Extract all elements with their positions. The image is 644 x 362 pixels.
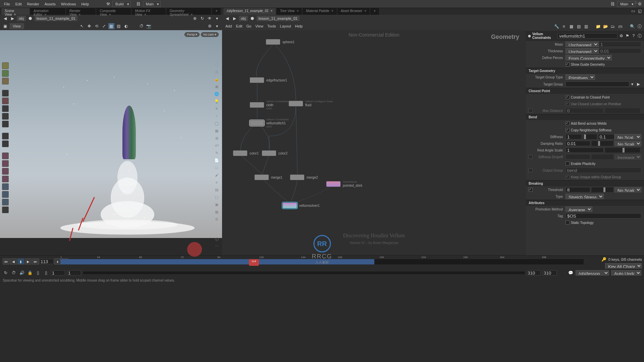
range-end-field[interactable]: [527, 270, 541, 276]
close-icon[interactable]: ×: [271, 9, 273, 13]
menu-file[interactable]: File: [1, 1, 13, 7]
node-color2[interactable]: color2: [262, 150, 287, 156]
circle-b-icon[interactable]: ◯: [214, 121, 219, 127]
select-tool-icon[interactable]: [2, 62, 9, 69]
close-icon[interactable]: ×: [364, 9, 366, 13]
folder-a-icon[interactable]: 📁: [595, 23, 601, 29]
range-a-icon[interactable]: ▯: [35, 270, 41, 276]
grid-b-icon[interactable]: ▤: [576, 23, 582, 29]
lock-icon[interactable]: [2, 98, 9, 104]
main2-link-icon[interactable]: ⛓: [610, 1, 616, 7]
target-green-icon[interactable]: [2, 113, 9, 120]
stiffness-slider[interactable]: [583, 134, 596, 139]
link-b-icon[interactable]: [2, 191, 9, 198]
link-c-icon[interactable]: [2, 199, 9, 205]
main2-dropdown[interactable]: Main: [617, 1, 635, 7]
tab-scene-view[interactable]: Scene View×: [1, 8, 30, 15]
range-start2-field[interactable]: [67, 270, 81, 276]
persp-badge[interactable]: Persp ▾: [184, 32, 200, 37]
shade-icon[interactable]: ◐: [123, 23, 129, 29]
target-blue-icon[interactable]: [2, 121, 9, 127]
sun-icon[interactable]: ☀: [214, 107, 219, 112]
section-bend[interactable]: Bend: [526, 114, 644, 120]
display-menu-icon[interactable]: ▾: [214, 23, 220, 29]
menu-help[interactable]: Help: [78, 1, 92, 7]
break-type-select[interactable]: Stretch Stress: [566, 194, 604, 199]
damping-slider[interactable]: [592, 141, 613, 146]
scale-icon[interactable]: ⤢: [101, 23, 107, 29]
back-icon[interactable]: ◀: [2, 15, 8, 21]
desktop-dropdown[interactable]: Build: [112, 1, 130, 7]
net-help[interactable]: Help: [295, 24, 303, 28]
search-icon[interactable]: 🔍: [629, 23, 635, 29]
view-mode-icon[interactable]: ▣: [2, 23, 8, 29]
current-frame-field[interactable]: [40, 259, 54, 264]
lasso-tool-icon[interactable]: [2, 70, 9, 77]
note-icon[interactable]: 📄: [214, 158, 219, 164]
add-bend-checkbox[interactable]: [566, 121, 570, 125]
brush-tool-icon[interactable]: [2, 78, 9, 84]
section-closest-point[interactable]: Closest Point: [526, 88, 644, 94]
eye-icon[interactable]: 👁: [207, 15, 213, 21]
pointer-icon[interactable]: [2, 90, 9, 97]
net-go[interactable]: Go: [247, 24, 252, 28]
copy-neighbor-checkbox[interactable]: [566, 128, 570, 132]
tab-geo-spreadsheet[interactable]: Geometry Spreadsheet×: [166, 8, 211, 15]
grid-c-icon[interactable]: ▥: [583, 23, 589, 29]
promotion-select[interactable]: Average: [566, 206, 592, 212]
range-start-field[interactable]: [51, 270, 65, 276]
move-icon[interactable]: ✥: [86, 23, 92, 29]
step-back-button[interactable]: ⏴: [54, 258, 61, 264]
tab-anim-editor[interactable]: Animation Editor×: [30, 8, 65, 15]
view-label[interactable]: View: [9, 23, 24, 29]
box-a-icon[interactable]: ▢: [214, 195, 219, 200]
range-lock-icon[interactable]: 🔒: [27, 270, 33, 276]
net-add[interactable]: Add: [225, 24, 232, 28]
key-icon[interactable]: 🔑: [601, 256, 607, 262]
stack-icon[interactable]: ▤: [214, 188, 219, 193]
gear-icon[interactable]: ⚙: [619, 33, 624, 39]
last-frame-button[interactable]: ⏭: [32, 258, 39, 264]
network-view[interactable]: Add Edit Go View Tools Layout Help Geome…: [222, 22, 526, 255]
tab-tree-view[interactable]: Tree View×: [276, 8, 302, 15]
cycle-icon[interactable]: ↻: [199, 15, 205, 21]
tab-add-right[interactable]: +: [370, 8, 379, 15]
tab-network-path[interactable]: /obj/lesson_11_example_01×: [223, 8, 276, 15]
menu-windows[interactable]: Windows: [58, 1, 79, 7]
main-link-icon[interactable]: ⛓: [136, 1, 142, 7]
node-sphere1[interactable]: sphere1: [266, 39, 294, 45]
folder-b-icon[interactable]: 📂: [602, 23, 608, 29]
section-target-geo[interactable]: Target Geometry: [526, 68, 644, 74]
flag-icon[interactable]: ⚑: [625, 33, 630, 39]
menu-edit[interactable]: Edit: [13, 1, 24, 7]
range-b-icon[interactable]: ▯: [43, 270, 49, 276]
forward-icon[interactable]: ▶: [9, 15, 15, 21]
node-edgefracture1[interactable]: edgefracture1: [250, 77, 287, 83]
arrow-icon[interactable]: ▶: [635, 81, 641, 87]
close-icon[interactable]: ×: [297, 9, 299, 13]
cog-icon[interactable]: ⚙: [214, 217, 219, 223]
playhead[interactable]: 114: [249, 259, 259, 266]
globe-icon[interactable]: 🌐: [214, 92, 219, 97]
list-icon[interactable]: ≡: [561, 23, 567, 29]
pin-icon[interactable]: ⊕: [192, 15, 198, 21]
menu-icon[interactable]: ▾: [214, 15, 220, 21]
plane-icon[interactable]: [2, 140, 9, 147]
tab-asset-browser[interactable]: Asset Browser×: [337, 8, 370, 15]
path-obj[interactable]: obj: [17, 16, 26, 21]
headphone-d-icon[interactable]: [2, 176, 9, 182]
grid-b-icon[interactable]: ⊞: [214, 136, 219, 141]
chat-icon[interactable]: 💬: [568, 270, 574, 276]
grid-icon[interactable]: ▤: [116, 23, 122, 29]
net-edit[interactable]: Edit: [236, 24, 243, 28]
path-obj-r[interactable]: obj: [239, 16, 248, 21]
node-pointed-stick[interactable]: Subnetworkpointed_stick: [326, 180, 362, 187]
target-group-field[interactable]: [566, 81, 629, 87]
node-vellumsolver1[interactable]: vellumsolver1: [282, 202, 320, 208]
camera-icon[interactable]: 📷: [146, 23, 152, 29]
stiffness-scaling[interactable]: No Scal...: [614, 134, 641, 139]
viewport[interactable]: Persp ▾ No cam ▾: [0, 30, 222, 238]
node-fluid[interactable]: Vellum Configure Grainfluid: [288, 100, 333, 107]
damping-scaling[interactable]: No Scaling: [614, 141, 641, 146]
path-scene[interactable]: lesson_11_example_01: [35, 16, 77, 21]
